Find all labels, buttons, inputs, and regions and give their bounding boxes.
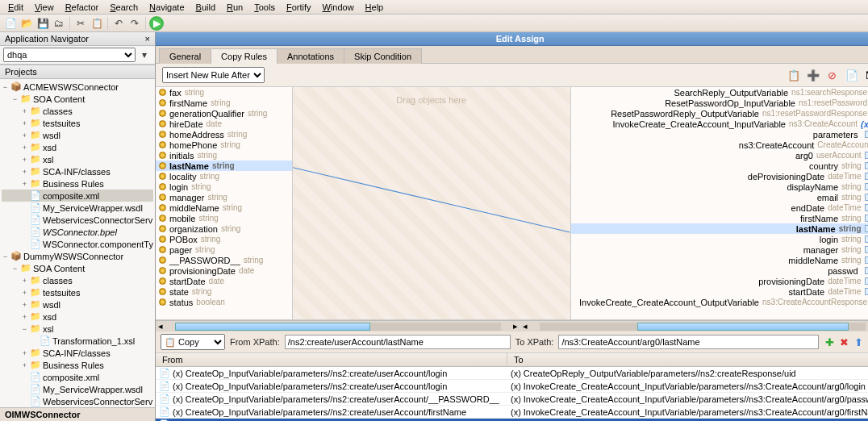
move-up-icon[interactable]: ⬆	[853, 336, 866, 348]
delete-icon[interactable]: ⊘	[825, 68, 840, 82]
tree-node[interactable]: +📁classes	[2, 274, 153, 286]
tree-node[interactable]: 📄WebservicesConnectorServ	[2, 214, 153, 226]
run-icon[interactable]: ▶	[149, 16, 164, 31]
open-icon[interactable]: 📂	[19, 16, 34, 31]
close-icon[interactable]: ×	[145, 34, 150, 44]
rule-row[interactable]: 📄(x)CreateOp_InputVariable/parameters//n…	[156, 380, 868, 393]
to-xpath-input[interactable]	[558, 335, 818, 349]
tree-node[interactable]: 📄My_ServiceWrapper.wsdl	[2, 202, 153, 214]
target-node[interactable]: firstName string ⊞	[571, 213, 869, 223]
source-node[interactable]: fax string	[156, 87, 292, 98]
target-node[interactable]: InvokeCreate_CreateAccount_OutputVariabl…	[571, 297, 869, 307]
menu-help[interactable]: Help	[361, 2, 389, 12]
tree-node[interactable]: +📁wsdl	[2, 129, 153, 141]
menu-tools[interactable]: Tools	[249, 2, 280, 12]
menu-edit[interactable]: Edit	[3, 2, 28, 12]
tab-annotations[interactable]: Annotations	[277, 48, 344, 64]
target-node[interactable]: login string ⊞	[571, 234, 869, 244]
tree-node[interactable]: +📁Business Rules	[2, 177, 153, 190]
tree-node[interactable]: +📁xsd	[2, 141, 153, 153]
save-icon[interactable]: 💾	[35, 16, 50, 31]
target-node[interactable]: passwd ⊞	[571, 265, 869, 276]
undo-icon[interactable]: ↶	[111, 16, 126, 31]
menu-fortify[interactable]: Fortify	[282, 2, 316, 12]
target-node[interactable]: middleName string ⊞	[571, 255, 869, 265]
mapper-source-tree[interactable]: fax stringfirstName stringgenerationQual…	[156, 87, 293, 319]
menu-refactor[interactable]: Refactor	[61, 2, 104, 12]
from-xpath-input[interactable]	[285, 335, 511, 349]
copy-icon[interactable]: 📋	[90, 16, 104, 31]
menu-run[interactable]: Run	[222, 2, 248, 12]
add-rule-icon[interactable]: ✚	[824, 336, 837, 348]
source-node[interactable]: homeAddress string	[156, 129, 292, 140]
source-node[interactable]: firstName string	[156, 98, 292, 108]
tree-node[interactable]: 📄WebservicesConnectorServ	[2, 395, 153, 407]
target-node[interactable]: manager string ⊞	[571, 244, 869, 255]
tree-node[interactable]: 📄My_ServiceWrapper.wsdl	[2, 383, 153, 395]
source-node[interactable]: initials string	[156, 150, 292, 160]
target-node[interactable]: SearchReply_OutputVariable ns1:searchRes…	[571, 87, 869, 98]
tree-node[interactable]: 📄composite.xml	[2, 190, 153, 202]
tree-node[interactable]: +📁testsuites	[2, 286, 153, 298]
tool-icon-4[interactable]: 📄	[845, 68, 859, 82]
tree-node[interactable]: +📁Business Rules	[2, 359, 153, 371]
rule-row[interactable]: 📄(x)CreateOp_InputVariable/parameters//n…	[156, 393, 868, 406]
source-node[interactable]: POBox string	[156, 234, 292, 244]
target-node[interactable]: provisioningDate dateTime ⊞	[571, 276, 869, 286]
insert-rule-select[interactable]: Insert New Rule After	[162, 67, 265, 83]
source-node[interactable]: pager string	[156, 244, 292, 255]
remove-rule-icon[interactable]: ✖	[838, 336, 851, 348]
source-node[interactable]: status boolean	[156, 297, 292, 307]
target-node[interactable]: arg0 userAccount ⊟	[571, 150, 869, 160]
tree-node[interactable]: +📁testsuites	[2, 117, 153, 129]
saveall-icon[interactable]: 🗂	[52, 16, 66, 31]
target-node[interactable]: lastName string ⊞	[571, 223, 869, 234]
cut-icon[interactable]: ✂	[73, 16, 88, 31]
target-node[interactable]: email string ⊞	[571, 192, 869, 202]
tree-node[interactable]: −📦ACMEWSWSConnector	[2, 81, 153, 93]
tree-node[interactable]: +📁classes	[2, 105, 153, 117]
tab-skip-condition[interactable]: Skip Condition	[344, 48, 422, 64]
source-node[interactable]: generationQualifier string	[156, 108, 292, 119]
target-node[interactable]: startDate dateTime ⊞	[571, 286, 869, 297]
target-node[interactable]: ResetPasswordOp_InputVariable ns1:resetP…	[571, 98, 869, 108]
tree-node[interactable]: +📁xsd	[2, 311, 153, 323]
tool-icon-5[interactable]: 🗔	[864, 68, 869, 82]
tree-node[interactable]: −📦DummyWSWSConnector	[2, 250, 153, 262]
menu-view[interactable]: View	[30, 2, 59, 12]
source-node[interactable]: organization string	[156, 223, 292, 234]
tree-node[interactable]: 📄composite.xml	[2, 371, 153, 383]
source-node[interactable]: state string	[156, 286, 292, 297]
target-node[interactable]: ResetPasswordReply_OutputVariable ns1:re…	[571, 108, 869, 119]
rules-table[interactable]: From To 📄(x)CreateOp_InputVariable/param…	[156, 353, 868, 421]
target-node[interactable]: ns3:CreateAccount CreateAccount	[571, 140, 869, 150]
mapper-canvas[interactable]: Drag objects here	[293, 87, 570, 319]
rule-row[interactable]: 📄(x)CreateOp_InputVariable/parameters//n…	[156, 367, 868, 380]
menu-search[interactable]: Search	[105, 2, 143, 12]
target-node[interactable]: parameters ⊟	[571, 129, 869, 140]
tab-copy-rules[interactable]: Copy Rules	[211, 48, 278, 64]
tree-node[interactable]: +📁SCA-INF/classes	[2, 347, 153, 359]
menu-window[interactable]: Window	[317, 2, 358, 12]
source-node[interactable]: homePhone string	[156, 140, 292, 150]
mapper-hscroll[interactable]: ◂▸ ◂▸	[156, 320, 868, 331]
source-node[interactable]: middleName string	[156, 202, 292, 213]
tree-node[interactable]: +📁xsl	[2, 153, 153, 165]
redo-icon[interactable]: ↷	[127, 16, 142, 31]
target-node[interactable]: deProvisioningDate dateTime ⊞	[571, 171, 869, 181]
source-node[interactable]: lastName string	[156, 160, 292, 171]
mapper-target-tree[interactable]: SearchReply_OutputVariable ns1:searchRes…	[570, 87, 869, 319]
application-select[interactable]: dhqa	[3, 48, 136, 62]
tree-node[interactable]: −📁xsl	[2, 323, 153, 335]
source-node[interactable]: locality string	[156, 171, 292, 181]
add-icon[interactable]: ➕	[806, 68, 820, 82]
tree-node[interactable]: 📄WSConnector.bpel	[2, 226, 153, 238]
tool-icon-1[interactable]: 📋	[787, 68, 801, 82]
source-node[interactable]: login string	[156, 181, 292, 192]
menu-navigate[interactable]: Navigate	[144, 2, 189, 12]
tab-general[interactable]: General	[159, 48, 211, 64]
source-node[interactable]: hireDate date	[156, 119, 292, 129]
source-node[interactable]: mobile string	[156, 213, 292, 223]
tree-node[interactable]: −📁SOA Content	[2, 262, 153, 274]
project-tree[interactable]: −📦ACMEWSWSConnector−📁SOA Content+📁classe…	[0, 79, 155, 407]
